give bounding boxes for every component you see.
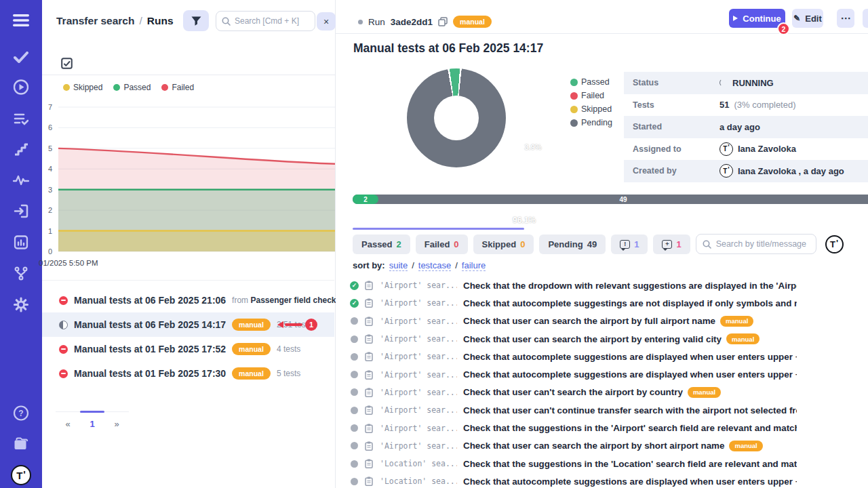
test-suite: 'Airport' sear... [380, 441, 457, 451]
legend-label: Skipped [581, 104, 612, 114]
manual-badge: manual [232, 367, 271, 380]
run-test-count: 5 tests [277, 369, 300, 378]
test-list-item[interactable]: 'Airport' sear... Check that the suggest… [336, 419, 797, 436]
run-list-item[interactable]: Manual tests at 06 Feb 2025 21:06 from P… [42, 288, 334, 312]
legend-item: Passed [570, 77, 612, 87]
legend-item: Skipped [570, 104, 612, 114]
test-list-item[interactable]: 'Airport' sear... Check that the dropdow… [336, 277, 797, 294]
folder-icon[interactable] [14, 437, 29, 451]
test-status-icon [350, 317, 359, 325]
test-list-item[interactable]: 'Airport' sear... Check that autocomplet… [336, 365, 797, 383]
test-list-item[interactable]: 'Airport' sear... Check that user can se… [336, 437, 797, 455]
select-all-icon[interactable] [61, 58, 73, 69]
run-list-item[interactable]: Manual tests at 01 Feb 2025 17:30 manual… [42, 361, 334, 386]
pagination-next[interactable]: » [104, 419, 129, 429]
test-title: Check that user can search the airport b… [463, 441, 763, 451]
status-filter-chip[interactable]: Pending 49 [539, 235, 606, 254]
manual-badge: manual [726, 333, 760, 344]
gear-icon[interactable] [14, 297, 29, 312]
funnel-icon [191, 16, 201, 26]
search-input[interactable] [235, 16, 309, 26]
edit-button[interactable]: ✎ Edit [792, 9, 823, 28]
pulse-icon[interactable] [13, 174, 29, 186]
search-icon [703, 240, 711, 249]
sort-separator: / [455, 260, 458, 270]
svg-text:5: 5 [48, 144, 52, 152]
test-list-item[interactable]: 'Airport' sear... Check that user can se… [336, 330, 797, 348]
status-filter-chip[interactable]: Passed 2 [353, 235, 410, 254]
annotation-arrow: 1 [277, 319, 317, 331]
legend-dot [570, 119, 578, 127]
sort-by-suite[interactable]: suite [389, 260, 408, 271]
test-list-item[interactable]: 'Airport' sear... Check that user can't … [336, 401, 797, 419]
annotation-badge-1: 1 [305, 319, 317, 331]
copy-icon[interactable] [438, 17, 448, 26]
clipboard-icon [365, 459, 373, 468]
test-title: Check that autocomplete suggestions are … [463, 352, 797, 362]
test-list-item[interactable]: 'Airport' sear... Check that autocomplet… [336, 294, 797, 312]
bar-chart-icon[interactable] [14, 235, 28, 249]
clipped-button[interactable] [863, 9, 868, 28]
branch-icon[interactable] [14, 266, 28, 281]
sort-by-failure[interactable]: failure [462, 260, 486, 271]
status-filter-chip[interactable]: Failed 0 [416, 235, 468, 254]
info-row: Started a day ago [624, 116, 868, 138]
detail-tab[interactable] [353, 207, 524, 229]
pencil-icon: ✎ [793, 14, 800, 23]
test-list-item[interactable]: 'Location' sea... Check that the suggest… [336, 455, 797, 472]
info-row: Status RUNNING [624, 72, 868, 94]
test-title: Check that the dropdown with relevant su… [463, 281, 797, 291]
info-row: Created by T Iana Zavoloka , a day ago [624, 160, 868, 182]
test-status-icon [350, 460, 359, 468]
comment-filter-chip[interactable]: ! 1 [611, 235, 648, 254]
clipboard-icon [365, 352, 373, 361]
check-icon[interactable] [14, 52, 28, 63]
test-list-item[interactable]: 'Airport' sear... Check that user can't … [336, 384, 797, 401]
test-list: 'Airport' sear... Check that the dropdow… [336, 277, 797, 488]
sort-by-testcase[interactable]: testcase [418, 260, 451, 271]
pagination-page-1[interactable]: 1 [80, 419, 104, 429]
filter-button[interactable] [183, 10, 209, 31]
clear-search-button[interactable]: × [317, 12, 336, 30]
svg-text:?: ? [18, 409, 23, 418]
test-list-item[interactable]: 'Airport' sear... Check that user can se… [336, 312, 797, 330]
detail-tab[interactable] [524, 207, 696, 229]
info-value: T Iana Zavoloka [719, 142, 796, 156]
continue-button[interactable]: Continue [729, 9, 785, 28]
legend-dot [570, 92, 578, 100]
comment-bubble-icon: + [662, 240, 672, 249]
detail-tab[interactable] [696, 207, 867, 229]
runs-area-chart: 01234567 [42, 99, 335, 260]
steps-icon[interactable] [14, 143, 28, 156]
play-circle-icon[interactable] [14, 79, 29, 95]
runs-search [216, 11, 315, 31]
test-status-icon [350, 370, 359, 379]
help-icon[interactable]: ? [14, 405, 29, 421]
logo-avatar[interactable]: T [11, 465, 31, 485]
test-title: Check that the suggestions in the 'Airpo… [463, 423, 797, 433]
menu-icon[interactable] [13, 14, 29, 26]
more-button[interactable]: ⋯ [837, 9, 854, 28]
pagination-prev[interactable]: « [56, 419, 80, 429]
breadcrumb-project[interactable]: Transfer search [56, 15, 134, 27]
comment-filter-chip[interactable]: + 1 [653, 235, 690, 254]
info-value: a day ago [719, 122, 760, 132]
assignee-avatar[interactable]: T [825, 235, 844, 253]
run-list-item[interactable]: Manual tests at 06 Feb 2025 14:17 manual… [42, 312, 334, 337]
tests-search-input[interactable] [716, 239, 810, 249]
spinner-icon [719, 79, 728, 87]
legend-item: Pending [570, 118, 612, 127]
run-list-item[interactable]: Manual tests at 01 Feb 2025 17:52 manual… [42, 337, 334, 361]
active-tab-underline [353, 228, 524, 230]
sign-in-icon[interactable] [14, 204, 28, 218]
test-suite: 'Airport' sear... [380, 334, 457, 344]
run-list: Manual tests at 06 Feb 2025 21:06 from P… [42, 280, 334, 386]
info-row: Tests 51 (3% completed) [624, 94, 868, 117]
info-value: T Iana Zavoloka , a day ago [719, 164, 844, 178]
annotation-badge-2: 2 [777, 22, 790, 35]
test-list-item[interactable]: 'Location' sea... Check that autocomplet… [336, 472, 797, 488]
clipboard-icon [365, 281, 373, 290]
list-check-icon[interactable] [14, 113, 28, 125]
status-filter-chip[interactable]: Skipped 0 [473, 235, 534, 254]
test-list-item[interactable]: 'Airport' sear... Check that autocomplet… [336, 348, 797, 365]
